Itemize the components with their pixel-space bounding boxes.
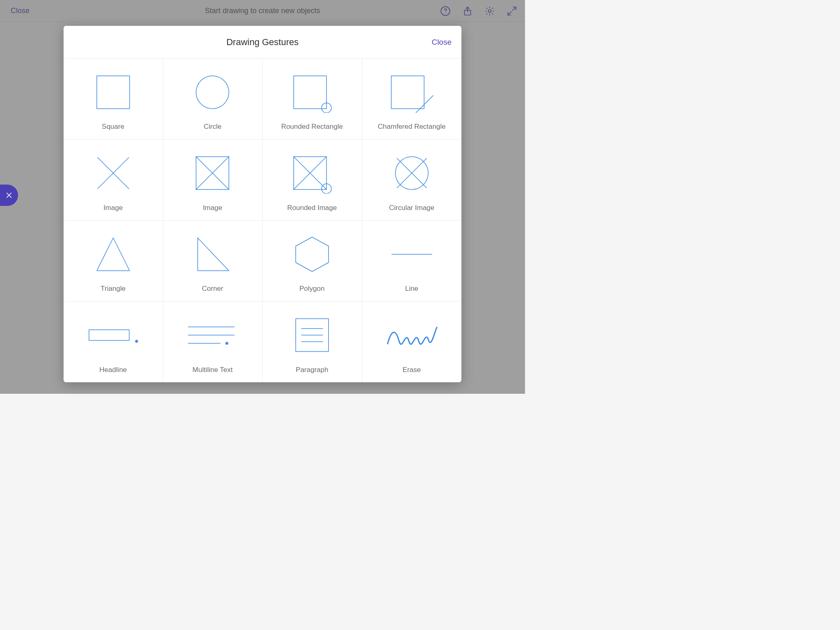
gesture-label: Triangle: [100, 285, 126, 293]
modal-header: Drawing Gestures Close: [64, 26, 461, 59]
chamfered-rectangle-icon: [366, 66, 458, 119]
gesture-label: Image: [203, 204, 222, 212]
erase-icon: [366, 309, 458, 362]
help-icon[interactable]: [440, 5, 451, 17]
gesture-image-x[interactable]: Image: [64, 139, 163, 220]
circular-image-icon: [366, 147, 458, 199]
gesture-polygon[interactable]: Polygon: [262, 221, 362, 301]
share-icon[interactable]: [462, 5, 473, 17]
gesture-circular-image[interactable]: Circular Image: [362, 139, 462, 220]
gesture-circle[interactable]: Circle: [163, 59, 263, 139]
polygon-icon: [267, 228, 358, 281]
gesture-label: Circle: [204, 123, 221, 131]
app-root: Close Start drawing to create new object…: [0, 0, 525, 394]
gesture-label: Rounded Rectangle: [281, 123, 343, 131]
gesture-chamfered-rectangle[interactable]: Chamfered Rectangle: [362, 59, 462, 139]
svg-point-3: [488, 9, 491, 12]
svg-point-27: [135, 340, 138, 343]
gesture-label: Square: [102, 123, 124, 131]
svg-point-5: [196, 76, 229, 109]
gear-icon[interactable]: [484, 5, 495, 17]
modal-title: Drawing Gestures: [226, 37, 299, 48]
gesture-grid: Square Circle Rounded Rectangle Chamfere…: [64, 59, 461, 382]
svg-rect-8: [391, 76, 424, 109]
svg-marker-22: [97, 238, 130, 271]
gesture-label: Paragraph: [296, 366, 328, 374]
image-box-icon: [167, 147, 258, 199]
gesture-label: Multiline Text: [192, 366, 233, 374]
corner-icon: [167, 228, 258, 281]
svg-rect-26: [89, 330, 129, 340]
svg-line-23: [198, 238, 229, 271]
gesture-rounded-image[interactable]: Rounded Image: [262, 139, 362, 220]
gesture-paragraph[interactable]: Paragraph: [262, 301, 362, 382]
gesture-label: Circular Image: [389, 204, 434, 212]
paragraph-icon: [267, 309, 358, 362]
gesture-square[interactable]: Square: [64, 59, 163, 139]
svg-rect-4: [97, 76, 130, 109]
gesture-label: Rounded Image: [287, 204, 337, 212]
rounded-rectangle-icon: [267, 66, 358, 119]
toolbar-close-button[interactable]: Close: [11, 7, 30, 15]
gesture-multiline-text[interactable]: Multiline Text: [163, 301, 263, 382]
svg-rect-6: [294, 76, 326, 109]
drawing-gestures-modal: Drawing Gestures Close Square Circle: [64, 26, 461, 382]
modal-close-button[interactable]: Close: [431, 38, 452, 47]
svg-line-9: [416, 96, 433, 113]
gesture-label: Polygon: [299, 285, 324, 293]
svg-point-1: [445, 13, 445, 13]
gesture-triangle[interactable]: Triangle: [64, 221, 163, 301]
gesture-erase[interactable]: Erase: [362, 301, 462, 382]
gesture-label: Line: [405, 285, 418, 293]
headline-icon: [68, 309, 159, 362]
line-icon: [366, 228, 458, 281]
gesture-image-box[interactable]: Image: [163, 139, 263, 220]
circle-icon: [167, 66, 258, 119]
svg-point-31: [226, 342, 228, 345]
fullscreen-icon[interactable]: [506, 5, 518, 17]
gesture-headline[interactable]: Headline: [64, 301, 163, 382]
triangle-icon: [68, 228, 159, 281]
gesture-label: Image: [103, 204, 123, 212]
toolbar: Close Start drawing to create new object…: [0, 0, 525, 22]
gesture-label: Chamfered Rectangle: [378, 123, 445, 131]
gesture-line[interactable]: Line: [362, 221, 462, 301]
square-icon: [68, 66, 159, 119]
gesture-label: Corner: [202, 285, 223, 293]
rounded-image-icon: [267, 147, 358, 199]
gesture-label: Headline: [99, 366, 127, 374]
gesture-rounded-rectangle[interactable]: Rounded Rectangle: [262, 59, 362, 139]
gesture-label: Erase: [403, 366, 421, 374]
image-x-icon: [68, 147, 159, 199]
svg-marker-24: [296, 237, 329, 272]
multiline-text-icon: [167, 309, 258, 362]
gesture-corner[interactable]: Corner: [163, 221, 263, 301]
